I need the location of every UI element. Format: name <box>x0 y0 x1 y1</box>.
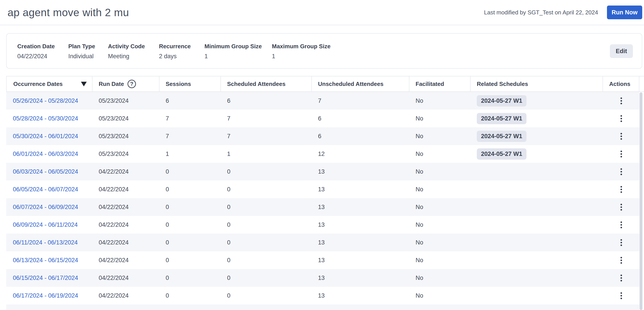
cell-occurrence-dates: 05/30/2024 - 06/01/2024 <box>6 127 92 145</box>
sessions-text: 0 <box>166 257 169 264</box>
kebab-dot <box>620 227 622 228</box>
kebab-dot <box>620 221 622 223</box>
scheduled-attendees-text: 0 <box>227 292 230 299</box>
run-date-text: 05/23/2024 <box>99 133 128 140</box>
help-circle-icon[interactable]: ? <box>128 80 136 88</box>
cell-actions <box>603 110 639 127</box>
related-schedule-badge[interactable]: 2024-05-27 W1 <box>477 113 526 124</box>
field-label: Creation Date <box>17 43 68 50</box>
kebab-dot <box>620 118 622 119</box>
kebab-dot <box>620 136 622 137</box>
occurrence-dates-link[interactable]: 05/26/2024 - 05/28/2024 <box>13 97 78 104</box>
field-value: Individual <box>68 53 108 60</box>
page-header: ap agent move with 2 mu Last modified by… <box>0 0 644 25</box>
occurrence-dates-link[interactable]: 06/17/2024 - 06/19/2024 <box>13 292 78 299</box>
cell-run-date: 04/22/2024 <box>92 198 160 216</box>
cell-related-schedules <box>470 216 603 234</box>
row-actions-kebab-menu-icon[interactable] <box>618 290 625 301</box>
row-actions-kebab-menu-icon[interactable] <box>618 219 625 231</box>
facilitated-text: No <box>416 257 423 264</box>
kebab-dot <box>620 298 622 299</box>
last-modified-text: Last modified by SGT_Test on April 22, 2… <box>484 9 598 16</box>
scrollbar-gutter <box>639 76 644 91</box>
table-row: 05/30/2024 - 06/01/2024 05/23/2024 7 7 6… <box>6 127 639 145</box>
table-row: 06/03/2024 - 06/05/2024 04/22/2024 0 0 1… <box>6 163 639 180</box>
row-actions-kebab-menu-icon[interactable] <box>618 255 625 266</box>
occurrence-dates-link[interactable]: 06/03/2024 - 06/05/2024 <box>13 168 78 175</box>
cell-sessions: 0 <box>160 163 221 180</box>
cell-facilitated: No <box>409 180 470 198</box>
occurrence-dates-link[interactable]: 06/09/2024 - 06/11/2024 <box>13 221 78 228</box>
sessions-text: 7 <box>166 115 169 122</box>
sessions-text: 0 <box>166 239 169 246</box>
related-schedule-badge[interactable]: 2024-05-27 W1 <box>477 148 526 160</box>
run-date-text: 04/22/2024 <box>99 186 128 193</box>
edit-button[interactable]: Edit <box>610 44 633 58</box>
cell-facilitated: No <box>409 92 470 110</box>
summary-field-max-group-size: Maximum Group Size 1 <box>272 43 330 60</box>
related-schedule-badge[interactable]: 2024-05-27 W1 <box>477 131 526 142</box>
row-actions-kebab-menu-icon[interactable] <box>618 166 625 177</box>
column-header-actions: Actions <box>603 76 639 91</box>
cell-related-schedules <box>470 234 603 251</box>
occurrence-dates-link[interactable]: 06/05/2024 - 06/07/2024 <box>13 186 78 193</box>
run-date-text: 05/23/2024 <box>99 97 128 104</box>
scheduled-attendees-text: 7 <box>227 133 230 140</box>
summary-fields: Creation Date 04/22/2024 Plan Type Indiv… <box>7 34 642 60</box>
kebab-dot <box>620 275 622 276</box>
run-now-button[interactable]: Run Now <box>607 5 642 19</box>
cell-related-schedules <box>470 163 603 180</box>
column-header-label: Run Date <box>99 81 124 87</box>
field-value: 1 <box>272 53 330 60</box>
cell-unscheduled-attendees: 13 <box>312 287 409 305</box>
cell-related-schedules <box>470 269 603 287</box>
occurrence-dates-link[interactable]: 05/28/2024 - 05/30/2024 <box>13 115 78 122</box>
column-header-label: Scheduled Attendees <box>227 81 286 87</box>
facilitated-text: No <box>416 151 423 157</box>
row-actions-kebab-menu-icon[interactable] <box>618 237 625 248</box>
row-actions-kebab-menu-icon[interactable] <box>618 148 625 160</box>
cell-unscheduled-attendees: 13 <box>312 269 409 287</box>
facilitated-text: No <box>416 115 423 122</box>
row-actions-kebab-menu-icon[interactable] <box>618 131 625 142</box>
field-value: 2 days <box>159 53 204 60</box>
cell-run-date: 05/23/2024 <box>92 92 160 110</box>
table-header-row: Occurrence Dates Run Date ? Sessions Sch… <box>6 76 644 92</box>
row-actions-kebab-menu-icon[interactable] <box>618 201 625 213</box>
occurrence-dates-link[interactable]: 06/01/2024 - 06/03/2024 <box>13 151 78 157</box>
column-header-run-date: Run Date ? <box>92 76 160 91</box>
vertical-scrollbar-thumb[interactable] <box>640 92 642 310</box>
facilitated-text: No <box>416 239 423 246</box>
occurrences-table: Occurrence Dates Run Date ? Sessions Sch… <box>6 76 644 310</box>
cell-unscheduled-attendees: 13 <box>312 163 409 180</box>
table-row: 06/01/2024 - 06/03/2024 05/23/2024 1 1 1… <box>6 145 639 163</box>
cell-sessions: 0 <box>160 216 221 234</box>
column-header-facilitated: Facilitated <box>409 76 470 91</box>
run-date-text: 04/22/2024 <box>99 275 128 282</box>
column-header-occurrence-dates[interactable]: Occurrence Dates <box>6 76 92 91</box>
occurrence-dates-link[interactable]: 06/07/2024 - 06/09/2024 <box>13 204 78 211</box>
related-schedule-badge[interactable]: 2024-05-27 W1 <box>477 95 526 107</box>
sort-descending-icon[interactable] <box>81 82 87 86</box>
cell-sessions: 0 <box>160 198 221 216</box>
cell-scheduled-attendees: 1 <box>221 145 312 163</box>
occurrence-dates-link[interactable]: 05/30/2024 - 06/01/2024 <box>13 133 78 140</box>
column-header-related-schedules: Related Schedules <box>470 76 603 91</box>
cell-scheduled-attendees: 0 <box>221 163 312 180</box>
run-date-text: 04/22/2024 <box>99 221 128 228</box>
row-actions-kebab-menu-icon[interactable] <box>618 95 625 107</box>
run-date-text: 04/22/2024 <box>99 168 128 175</box>
row-actions-kebab-menu-icon[interactable] <box>618 184 625 195</box>
occurrence-dates-link[interactable]: 06/15/2024 - 06/17/2024 <box>13 275 78 282</box>
unscheduled-attendees-text: 13 <box>318 275 325 282</box>
cell-actions <box>603 198 639 216</box>
row-actions-kebab-menu-icon[interactable] <box>618 272 625 284</box>
cell-sessions: 0 <box>160 180 221 198</box>
kebab-dot <box>620 189 622 190</box>
row-actions-kebab-menu-icon[interactable] <box>618 113 625 124</box>
occurrence-dates-link[interactable]: 06/13/2024 - 06/15/2024 <box>13 257 78 264</box>
occurrence-dates-link[interactable]: 06/11/2024 - 06/13/2024 <box>13 239 78 246</box>
table-row: 06/11/2024 - 06/13/2024 04/22/2024 0 0 1… <box>6 234 639 251</box>
cell-run-date: 04/22/2024 <box>92 251 160 269</box>
cell-unscheduled-attendees: 13 <box>312 180 409 198</box>
